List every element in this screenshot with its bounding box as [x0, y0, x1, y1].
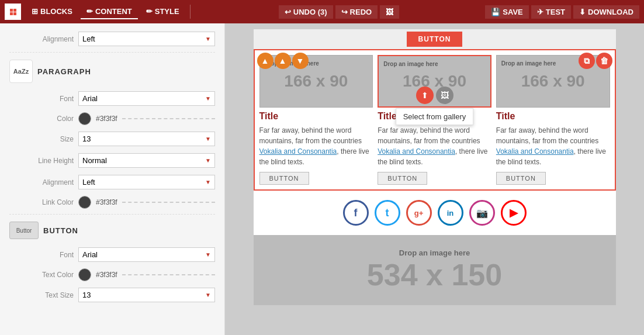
color-label: Color	[9, 115, 74, 123]
chevron-down-icon: ▼	[205, 179, 211, 185]
btn-text-size-label: Text Size	[9, 291, 74, 299]
instagram-icon[interactable]: 📷	[469, 200, 495, 226]
button-title: BUTTON	[43, 226, 78, 235]
drop-text-2: Drop an image here	[383, 61, 438, 67]
big-image-drop[interactable]: Drop an image here 534 x 150	[254, 235, 616, 305]
chevron-down-icon: ▼	[205, 136, 211, 142]
content-nav[interactable]: ✏ CONTENT	[81, 5, 138, 19]
align2-value: Left	[82, 178, 95, 187]
gallery-tooltip-text: Select from gallery	[403, 112, 466, 121]
color-divider	[122, 118, 215, 119]
col-btn-wrap-1: BUTTON	[259, 172, 373, 185]
canvas-area: BUTTON ▲ ▲ ▼ ⧉ 🗑	[225, 23, 644, 335]
test-button[interactable]: ✈ TEST	[531, 5, 571, 19]
col-link-2[interactable]: Vokalia and Consonantia	[378, 147, 455, 156]
image-button[interactable]: 🖼	[380, 5, 399, 19]
content-label: CONTENT	[95, 7, 132, 16]
upload-button[interactable]: ⬆	[416, 87, 434, 104]
test-label: TEST	[546, 8, 565, 16]
link-color-hex: #3f3f3f	[96, 198, 117, 206]
color-swatch[interactable]	[78, 112, 91, 125]
gallery-tooltip: Select from gallery	[396, 108, 474, 125]
redo-button[interactable]: ↪ REDO	[335, 5, 378, 19]
download-label: DOWNLOAD	[588, 8, 633, 16]
youtube-icon[interactable]: ▶	[501, 200, 527, 226]
column-controls-right: ⧉ 🗑	[579, 53, 612, 69]
canvas-inner: BUTTON ▲ ▲ ▼ ⧉ 🗑	[254, 29, 616, 305]
col-title-3: Title	[496, 111, 610, 122]
btn-text-color-swatch[interactable]	[78, 268, 91, 281]
paragraph-size-row: Size 13 ▼	[0, 128, 224, 150]
link-color-row: Link Color #3f3f3f	[0, 193, 224, 212]
btn-text-size-value: 13	[82, 291, 91, 299]
move-up2-button[interactable]: ▲	[275, 53, 291, 69]
download-button[interactable]: ⬇ DOWNLOAD	[573, 5, 639, 19]
undo-label: UNDO (3)	[293, 8, 327, 16]
paragraph-color-row: Color #3f3f3f	[0, 109, 224, 128]
top-button-row: BUTTON	[254, 29, 616, 49]
paragraph-avatar: AaZz	[9, 60, 33, 83]
save-label: SAVE	[503, 8, 522, 16]
btn-font-select[interactable]: Arial ▼	[78, 247, 215, 262]
column-2: Drop an image here 166 x 90 ⬆ 🖼 Select f…	[378, 55, 491, 185]
toolbar-right: 💾 SAVE ✈ TEST ⬇ DOWNLOAD	[485, 5, 639, 19]
col-title-1: Title	[259, 111, 373, 122]
alignment-select[interactable]: Left ▼	[78, 32, 215, 46]
line-height-label: Line Height	[9, 157, 74, 165]
col-button-3[interactable]: BUTTON	[496, 172, 546, 185]
style-nav[interactable]: ✏ STYLE	[140, 5, 185, 19]
btn-text-size-select[interactable]: 13 ▼	[78, 288, 215, 302]
google-plus-icon[interactable]: g+	[406, 200, 432, 226]
col-link-3[interactable]: Vokalia and Consonantia	[496, 147, 574, 156]
link-color-swatch[interactable]	[78, 196, 91, 209]
left-panel: Alignment Left ▼ AaZz PARAGRAPH Font Ari…	[0, 23, 225, 335]
chevron-down-icon: ▼	[205, 251, 211, 258]
col-btn-wrap-2: BUTTON	[378, 172, 491, 185]
facebook-icon[interactable]: f	[343, 200, 369, 226]
line-height-value: Normal	[82, 156, 107, 165]
col-button-2[interactable]: BUTTON	[378, 172, 427, 185]
drop-size-3: 166 x 90	[521, 72, 585, 91]
alignment-row: Alignment Left ▼	[0, 28, 224, 50]
col-body-2: Far far away, behind the word mountains,…	[378, 125, 491, 167]
move-down-button[interactable]: ▼	[292, 53, 309, 69]
chevron-down-icon: ▼	[205, 157, 211, 164]
paragraph-title: PARAGRAPH	[37, 67, 91, 76]
button-section-header: Buttor BUTTON	[0, 217, 224, 244]
font-select[interactable]: Arial ▼	[78, 91, 215, 106]
btn-text-color-row: Text Color #3f3f3f	[0, 265, 224, 284]
col-button-1[interactable]: BUTTON	[259, 172, 309, 185]
image-icon: 🖼	[386, 8, 393, 16]
line-height-row: Line Height Normal ▼	[0, 150, 224, 171]
undo-button[interactable]: ↩ UNDO (3)	[279, 5, 333, 19]
blocks-icon: ⊞	[32, 7, 38, 16]
link-color-label: Link Color	[9, 198, 74, 206]
size-select[interactable]: 13 ▼	[78, 132, 215, 146]
alignment-value: Left	[82, 34, 95, 43]
logo	[5, 4, 21, 20]
twitter-icon[interactable]: t	[375, 200, 400, 226]
style-icon: ✏	[146, 7, 153, 16]
line-height-select[interactable]: Normal ▼	[78, 153, 215, 168]
column-controls-left: ▲ ▲ ▼	[257, 53, 309, 69]
divider2	[9, 214, 215, 215]
btn-color-divider	[122, 274, 215, 275]
save-button[interactable]: 💾 SAVE	[485, 5, 528, 19]
paragraph-section-header: AaZz PARAGRAPH	[0, 55, 224, 88]
delete-button[interactable]: 🗑	[596, 53, 612, 69]
test-icon: ✈	[537, 8, 543, 16]
redo-label: REDO	[350, 8, 372, 16]
three-col-section: ▲ ▲ ▼ ⧉ 🗑 Drop an image here 166 x 90	[254, 49, 616, 191]
col-link-1[interactable]: Vokalia and Consonantia	[259, 147, 337, 156]
linkedin-icon[interactable]: in	[438, 200, 463, 226]
chevron-down-icon: ▼	[205, 95, 211, 102]
top-button[interactable]: BUTTON	[407, 32, 463, 47]
gallery-button[interactable]: 🖼	[436, 87, 453, 104]
move-up-button[interactable]: ▲	[257, 53, 273, 69]
big-drop-text: Drop an image here	[399, 248, 470, 257]
image-drop-2[interactable]: Drop an image here 166 x 90 ⬆ 🖼 Select f…	[378, 55, 491, 108]
align2-select[interactable]: Left ▼	[78, 175, 215, 189]
blocks-nav[interactable]: ⊞ BLOCKS	[26, 5, 78, 19]
copy-button[interactable]: ⧉	[579, 53, 595, 69]
column-1: Drop an image here 166 x 90 Title Far fa…	[259, 55, 373, 185]
